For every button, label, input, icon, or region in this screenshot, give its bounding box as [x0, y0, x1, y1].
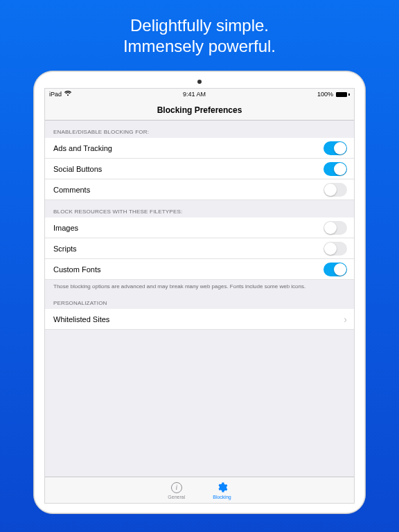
section-header-blocking: ENABLE/DISABLE BLOCKING FOR: — [45, 121, 354, 138]
page-title: Blocking Preferences — [157, 105, 242, 115]
row-social-buttons[interactable]: Social Buttons — [45, 159, 354, 179]
row-ads-tracking[interactable]: Ads and Tracking — [45, 138, 354, 159]
marketing-line1: Delightfully simple. — [123, 15, 276, 36]
section-header-resources: BLOCK RESOURCES WITH THESE FILETYPES: — [45, 200, 354, 218]
status-bar: iPad 9:41 AM 100% — [45, 89, 354, 100]
gear-icon — [216, 481, 228, 494]
row-images[interactable]: Images — [45, 218, 354, 238]
ipad-camera — [197, 80, 202, 84]
row-comments[interactable]: Comments — [45, 179, 354, 200]
section-footer-resources: Those blocking options are advanced and … — [45, 280, 354, 292]
ipad-frame: iPad 9:41 AM 100% Blocking Preferences E… — [33, 71, 366, 514]
switch-custom-fonts[interactable] — [323, 263, 347, 276]
marketing-headline: Delightfully simple. Immensely powerful. — [123, 15, 276, 57]
tab-bar: i General Blocking — [45, 477, 354, 503]
nav-bar: Blocking Preferences — [45, 100, 354, 121]
status-device-label: iPad — [49, 91, 62, 98]
info-icon: i — [171, 481, 182, 494]
switch-images[interactable] — [323, 221, 347, 235]
ipad-screen: iPad 9:41 AM 100% Blocking Preferences E… — [44, 88, 355, 504]
status-battery-pct: 100% — [317, 91, 333, 98]
row-scripts[interactable]: Scripts — [45, 238, 354, 259]
tab-label: General — [168, 495, 185, 499]
status-time: 9:41 AM — [183, 91, 206, 98]
chevron-right-icon: › — [344, 314, 347, 325]
switch-comments[interactable] — [323, 183, 347, 197]
tab-blocking[interactable]: Blocking — [213, 481, 231, 499]
row-label: Ads and Tracking — [53, 144, 112, 152]
tab-general[interactable]: i General — [168, 481, 185, 499]
tab-label: Blocking — [213, 495, 231, 499]
settings-content[interactable]: ENABLE/DISABLE BLOCKING FOR: Ads and Tra… — [45, 121, 354, 477]
marketing-line2: Immensely powerful. — [123, 36, 276, 57]
switch-social-buttons[interactable] — [323, 162, 347, 176]
switch-ads-tracking[interactable] — [323, 141, 347, 155]
row-label: Custom Fonts — [53, 265, 100, 274]
row-whitelisted-sites[interactable]: Whitelisted Sites › — [45, 309, 354, 330]
section-header-personalization: PERSONALIZATION — [45, 292, 354, 309]
row-label: Whitelisted Sites — [53, 315, 109, 323]
row-label: Scripts — [53, 245, 77, 253]
switch-scripts[interactable] — [323, 242, 347, 256]
battery-icon — [336, 92, 350, 97]
wifi-icon — [64, 91, 71, 98]
row-label: Social Buttons — [53, 165, 102, 173]
row-label: Comments — [53, 186, 90, 194]
row-custom-fonts[interactable]: Custom Fonts — [45, 259, 354, 280]
row-label: Images — [53, 224, 78, 232]
